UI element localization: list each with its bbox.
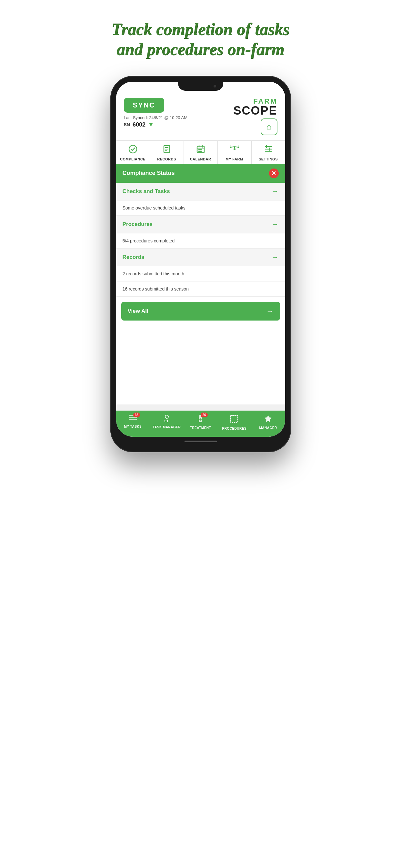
app-content: SYNC Last Synced: 24/8/21 @ 10:20 AM SN … bbox=[116, 82, 285, 404]
treatment-label: TREATMENT bbox=[190, 426, 211, 430]
headline-line2: and procedures on-farm bbox=[112, 39, 289, 59]
svg-rect-28 bbox=[129, 418, 137, 420]
svg-line-17 bbox=[238, 146, 238, 147]
tab-compliance[interactable]: COMPLIANCE bbox=[116, 141, 150, 164]
settings-icon bbox=[264, 145, 273, 156]
sn-label: SN bbox=[124, 122, 130, 127]
tab-settings[interactable]: SETTINGS bbox=[252, 141, 285, 164]
tab-calendar[interactable]: CALENDAR bbox=[184, 141, 218, 164]
bottom-nav-manager[interactable]: MANAGER bbox=[251, 411, 285, 437]
tab-settings-label: SETTINGS bbox=[259, 157, 278, 161]
headline-line1: Track completion of tasks bbox=[112, 19, 289, 39]
svg-line-15 bbox=[231, 146, 231, 147]
mytasks-label: MY TASKS bbox=[124, 425, 142, 428]
checks-tasks-arrow-icon: → bbox=[272, 187, 279, 196]
tab-myfarm[interactable]: MY FARM bbox=[218, 141, 252, 164]
tab-compliance-label: COMPLIANCE bbox=[120, 157, 145, 161]
svg-rect-10 bbox=[200, 149, 202, 150]
records-icon bbox=[162, 145, 171, 156]
bottom-nav-mytasks[interactable]: 35 MY TASKS bbox=[116, 411, 150, 437]
manager-icon bbox=[264, 414, 273, 425]
svg-rect-11 bbox=[198, 151, 200, 152]
treatment-badge: 26 bbox=[201, 412, 207, 417]
checks-tasks-title: Checks and Tasks bbox=[123, 188, 170, 195]
records-detail2: 16 records submitted this season bbox=[116, 281, 285, 297]
compliance-icon bbox=[128, 145, 137, 156]
procedures-detail-text: 5/4 procedures completed bbox=[123, 238, 175, 243]
svg-rect-39 bbox=[231, 415, 238, 423]
home-icon: ⌂ bbox=[266, 122, 272, 132]
bottom-nav-procedures[interactable]: PROCEDURES bbox=[218, 411, 251, 437]
view-all-label: View All bbox=[128, 308, 148, 314]
records-detail1: 2 records submitted this month bbox=[116, 266, 285, 281]
manager-label: MANAGER bbox=[259, 426, 277, 430]
mytasks-badge: 35 bbox=[133, 412, 140, 417]
screen-spacer bbox=[116, 320, 285, 404]
dropdown-arrow-icon[interactable]: ▼ bbox=[148, 121, 154, 128]
procedures-detail: 5/4 procedures completed bbox=[116, 234, 285, 249]
records-detail2-text: 16 records submitted this season bbox=[123, 286, 189, 291]
compliance-status-title: Compliance Status bbox=[123, 170, 175, 177]
last-synced-text: Last Synced: 24/8/21 @ 10:20 AM bbox=[124, 115, 188, 120]
header-right: FARM SCOPE ⌂ bbox=[233, 98, 277, 135]
svg-rect-12 bbox=[200, 151, 202, 152]
taskmanager-icon bbox=[162, 414, 171, 424]
procedures-arrow-icon: → bbox=[272, 220, 279, 228]
procedures-nav-label: PROCEDURES bbox=[222, 427, 247, 430]
phone-screen: SYNC Last Synced: 24/8/21 @ 10:20 AM SN … bbox=[116, 82, 285, 437]
phone-shell: SYNC Last Synced: 24/8/21 @ 10:20 AM SN … bbox=[110, 76, 291, 452]
svg-marker-40 bbox=[265, 415, 272, 422]
procedures-title: Procedures bbox=[123, 221, 153, 227]
checks-tasks-detail-text: Some overdue scheduled tasks bbox=[123, 205, 186, 211]
svg-rect-9 bbox=[198, 149, 200, 150]
phone-notch bbox=[178, 82, 223, 91]
calendar-icon bbox=[196, 145, 205, 156]
tab-calendar-label: CALENDAR bbox=[190, 157, 211, 161]
view-all-button[interactable]: View All → bbox=[121, 302, 280, 320]
sn-value: 6002 bbox=[133, 121, 145, 128]
myfarm-icon bbox=[229, 145, 240, 156]
records-row[interactable]: Records → bbox=[116, 249, 285, 266]
sn-row: SN 6002 ▼ bbox=[124, 121, 188, 128]
svg-line-18 bbox=[231, 147, 235, 147]
taskmanager-label: TASK MANAGER bbox=[153, 426, 181, 429]
svg-point-13 bbox=[234, 148, 235, 150]
procedures-row[interactable]: Procedures → bbox=[116, 216, 285, 234]
records-arrow-icon: → bbox=[272, 253, 279, 261]
checks-tasks-detail: Some overdue scheduled tasks bbox=[116, 200, 285, 216]
bottom-nav: 35 MY TASKS bbox=[116, 411, 285, 437]
phone-bottom bbox=[116, 437, 285, 446]
bottom-nav-taskmanager[interactable]: TASK MANAGER bbox=[150, 411, 183, 437]
headline: Track completion of tasks and procedures… bbox=[112, 19, 289, 60]
home-indicator bbox=[185, 441, 217, 442]
close-icon: ✕ bbox=[271, 170, 276, 177]
bottom-nav-treatment[interactable]: 26 TREATMENT bbox=[183, 411, 218, 437]
procedures-nav-icon bbox=[230, 414, 239, 426]
svg-point-29 bbox=[165, 415, 168, 418]
tab-records[interactable]: RECORDS bbox=[150, 141, 184, 164]
svg-line-19 bbox=[235, 147, 238, 147]
view-all-arrow-icon: → bbox=[266, 307, 274, 315]
compliance-status-bar: Compliance Status ✕ bbox=[116, 164, 285, 183]
close-button[interactable]: ✕ bbox=[269, 168, 279, 178]
farmscope-logo: FARM SCOPE bbox=[233, 98, 277, 117]
logo-scope-text: SCOPE bbox=[233, 105, 277, 117]
header-left: SYNC Last Synced: 24/8/21 @ 10:20 AM SN … bbox=[124, 98, 188, 128]
records-title: Records bbox=[123, 254, 144, 260]
svg-point-0 bbox=[129, 145, 137, 153]
records-detail1-text: 2 records submitted this month bbox=[123, 271, 184, 276]
sync-button[interactable]: SYNC bbox=[124, 98, 164, 113]
nav-tabs: COMPLIANCE RECORDS bbox=[116, 141, 285, 164]
home-button[interactable]: ⌂ bbox=[261, 119, 277, 135]
tab-myfarm-label: MY FARM bbox=[226, 157, 243, 161]
checks-tasks-row[interactable]: Checks and Tasks → bbox=[116, 183, 285, 200]
tab-records-label: RECORDS bbox=[157, 157, 176, 161]
